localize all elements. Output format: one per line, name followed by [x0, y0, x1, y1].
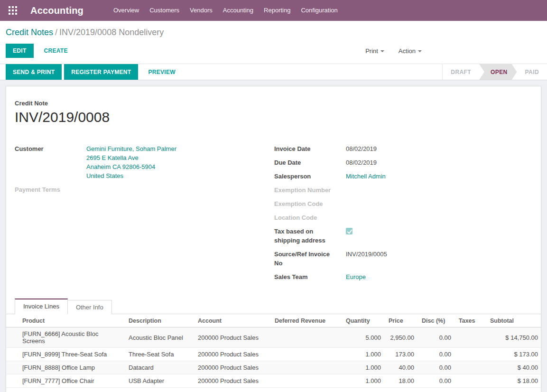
account-cell: 200000 Product Sales — [194, 348, 271, 361]
doc-number: INV/2019/0008 — [15, 109, 532, 125]
col-header-description: Description — [125, 314, 194, 327]
breadcrumb: Credit Notes/INV/2019/0008 Nondelivery — [6, 28, 541, 37]
status-step-open[interactable]: OPEN — [479, 64, 517, 80]
field-payment-terms: Payment Terms — [15, 185, 274, 194]
col-header-disc: Disc (%) — [418, 314, 455, 327]
col-header-taxes: Taxes — [455, 314, 486, 327]
taxes-cell — [455, 361, 486, 374]
field-tax-shipping: Tax based on shipping address — [274, 227, 532, 245]
field-customer: Customer Gemini Furniture, Soham Palmer … — [15, 144, 274, 180]
nav-item-configuration[interactable]: Configuration — [296, 0, 343, 21]
price-cell: 2,950.00 — [385, 327, 418, 348]
tax-shipping-checkbox[interactable] — [346, 228, 352, 234]
col-header-quantity: Quantity — [342, 314, 385, 327]
document-sheet: Credit Note INV/2019/0008 Customer Gemin… — [6, 86, 541, 392]
nav-item-reporting[interactable]: Reporting — [259, 0, 296, 21]
main-menu: Overview Customers Vendors Accounting Re… — [108, 0, 343, 21]
product-cell: [FURN_8888] Office Lamp — [6, 361, 125, 374]
create-button[interactable]: CREATE — [42, 44, 70, 58]
discount-cell: 0.00 — [418, 327, 455, 348]
discount-cell: 0.00 — [418, 374, 455, 388]
nav-item-overview[interactable]: Overview — [108, 0, 144, 21]
field-sales-team: Sales Team Europe — [274, 272, 532, 281]
quantity-cell: 5.000 — [342, 327, 385, 348]
status-step-paid[interactable]: PAID — [517, 64, 547, 80]
invoice-line-row[interactable]: [FURN_7777] Office Chair USB Adapter 200… — [6, 374, 541, 388]
customer-label: Customer — [15, 144, 86, 180]
caret-down-icon — [418, 50, 422, 52]
deferred-revenue-cell — [271, 348, 342, 361]
quantity-cell: 1.000 — [342, 348, 385, 361]
customer-address: Gemini Furniture, Soham Palmer 2695 E Ka… — [86, 144, 176, 180]
field-location-code: Location Code — [274, 213, 532, 222]
field-exemption-code: Exemption Code — [274, 199, 532, 208]
invoice-line-row[interactable]: [FURN_6666] Acoustic Bloc Screens Acoust… — [6, 327, 541, 348]
top-navbar: Accounting Overview Customers Vendors Ac… — [0, 0, 547, 21]
customer-country-link[interactable]: United States — [86, 171, 176, 180]
quantity-cell: 1.000 — [342, 374, 385, 388]
taxes-cell — [455, 374, 486, 388]
status-step-draft[interactable]: DRAFT — [443, 64, 479, 80]
customer-city-link[interactable]: Anaheim CA 92806-5904 — [86, 162, 176, 171]
description-cell: Datacard — [125, 361, 194, 374]
status-pipeline: DRAFT OPEN PAID — [442, 64, 547, 80]
field-due-date: Due Date 08/02/2019 — [274, 158, 532, 167]
nav-item-accounting[interactable]: Accounting — [218, 0, 259, 21]
edit-button[interactable]: EDIT — [6, 44, 34, 58]
app-title[interactable]: Accounting — [30, 5, 83, 16]
invoice-date-value: 08/02/2019 — [346, 144, 377, 153]
account-cell: 200000 Product Sales — [194, 361, 271, 374]
source-ref-value: INV/2019/0005 — [346, 250, 387, 268]
payment-terms-label: Payment Terms — [15, 185, 86, 194]
field-invoice-date: Invoice Date 08/02/2019 — [274, 144, 532, 153]
product-cell: [FURN_7777] Office Chair — [6, 374, 125, 388]
sales-team-link[interactable]: Europe — [346, 272, 366, 281]
register-payment-button[interactable]: REGISTER PAYMENT — [64, 64, 138, 80]
product-cell: [FURN_8999] Three-Seat Sofa — [6, 348, 125, 361]
action-dropdown[interactable]: Action — [399, 47, 422, 55]
product-cell: [FURN_6666] Acoustic Bloc Screens — [6, 327, 125, 348]
breadcrumb-parent-link[interactable]: Credit Notes — [6, 28, 53, 37]
quantity-cell: 1.000 — [342, 361, 385, 374]
preview-button[interactable]: PREVIEW — [140, 64, 183, 80]
taxes-cell — [455, 348, 486, 361]
discount-cell: 0.00 — [418, 348, 455, 361]
due-date-value: 08/02/2019 — [346, 158, 377, 167]
statusbar: SEND & PRINT REGISTER PAYMENT PREVIEW DR… — [0, 64, 547, 80]
nav-item-vendors[interactable]: Vendors — [185, 0, 218, 21]
price-cell: 18.00 — [385, 374, 418, 388]
deferred-revenue-cell — [271, 374, 342, 388]
deferred-revenue-cell — [271, 361, 342, 374]
invoice-lines-table: Product Description Account Deferred Rev… — [6, 314, 541, 388]
breadcrumb-current: INV/2019/0008 Nondelivery — [59, 28, 164, 37]
invoice-line-row[interactable]: [FURN_8999] Three-Seat Sofa Three-Seat S… — [6, 348, 541, 361]
send-and-print-button[interactable]: SEND & PRINT — [6, 64, 62, 80]
col-header-product: Product — [6, 314, 125, 327]
subtotal-cell: $ 18.00 — [486, 374, 541, 388]
account-cell: 200000 Product Sales — [194, 374, 271, 388]
discount-cell: 0.00 — [418, 361, 455, 374]
apps-grid-icon[interactable] — [9, 6, 18, 15]
customer-street-link[interactable]: 2695 E Katella Ave — [86, 153, 176, 162]
col-header-deferred-revenue: Deferred Revenue — [271, 314, 342, 327]
print-dropdown[interactable]: Print — [365, 47, 384, 55]
caret-down-icon — [380, 50, 384, 52]
subtotal-cell: $ 40.00 — [486, 361, 541, 374]
description-cell: USB Adapter — [125, 374, 194, 388]
salesperson-link[interactable]: Mitchell Admin — [346, 172, 386, 181]
customer-name-link[interactable]: Gemini Furniture, Soham Palmer — [86, 144, 176, 153]
doc-type-label: Credit Note — [15, 100, 532, 107]
tab-invoice-lines[interactable]: Invoice Lines — [15, 299, 68, 314]
tab-other-info[interactable]: Other Info — [67, 300, 112, 314]
price-cell: 173.00 — [385, 348, 418, 361]
nav-item-customers[interactable]: Customers — [144, 0, 185, 21]
col-header-account: Account — [194, 314, 271, 327]
col-header-price: Price — [385, 314, 418, 327]
invoice-line-row[interactable]: [FURN_8888] Office Lamp Datacard 200000 … — [6, 361, 541, 374]
field-source-ref: Source/Ref Invoice No INV/2019/0005 — [274, 250, 532, 268]
control-panel: Credit Notes/INV/2019/0008 Nondelivery E… — [0, 21, 547, 64]
breadcrumb-separator: / — [53, 28, 59, 37]
subtotal-cell: $ 173.00 — [486, 348, 541, 361]
taxes-cell — [455, 327, 486, 348]
description-cell: Three-Seat Sofa — [125, 348, 194, 361]
